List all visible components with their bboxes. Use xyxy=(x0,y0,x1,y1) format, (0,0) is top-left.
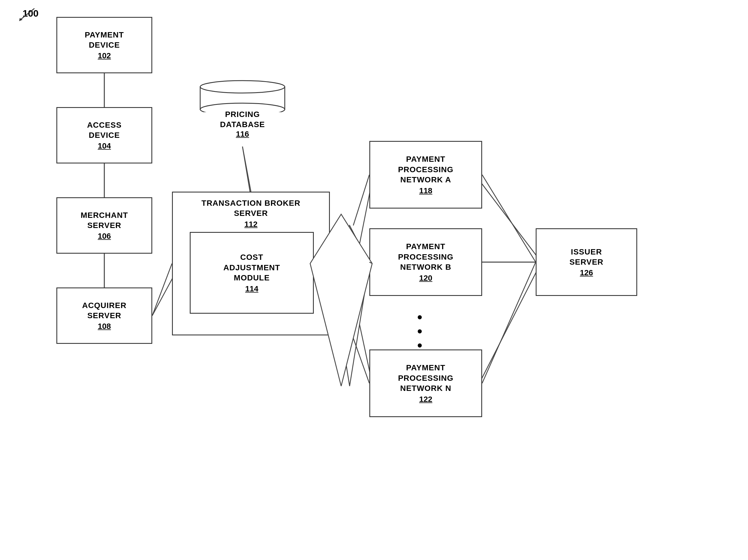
svg-line-22 xyxy=(242,147,251,192)
ppn-a-box: PAYMENT PROCESSING NETWORK A 118 xyxy=(369,141,482,209)
ref-arrow xyxy=(15,6,37,23)
merchant-server-number: 106 xyxy=(98,232,111,241)
acquirer-server-label: ACQUIRER SERVER xyxy=(82,300,126,321)
merchant-server-box: MERCHANT SERVER 106 xyxy=(56,197,152,254)
issuer-server-box: ISSUER SERVER 126 xyxy=(536,228,637,296)
payment-device-number: 102 xyxy=(98,51,111,60)
svg-line-6 xyxy=(242,147,251,197)
svg-line-27 xyxy=(353,338,369,383)
svg-point-17 xyxy=(200,81,285,93)
ppn-b-box: PAYMENT PROCESSING NETWORK B 120 xyxy=(369,228,482,296)
ppn-n-label: PAYMENT PROCESSING NETWORK N xyxy=(398,363,454,393)
svg-line-0 xyxy=(20,8,34,20)
ppn-n-number: 122 xyxy=(419,395,433,404)
ppn-b-label: PAYMENT PROCESSING NETWORK B xyxy=(398,242,454,272)
payment-device-box: PAYMENT DEVICE 102 xyxy=(56,17,152,73)
transaction-broker-label: TRANSACTION BROKERSERVER xyxy=(173,198,329,219)
cost-adjustment-label: COST ADJUSTMENT MODULE xyxy=(223,252,280,283)
merchant-server-label: MERCHANT SERVER xyxy=(80,210,128,231)
cost-adjustment-module-box: COST ADJUSTMENT MODULE 114 xyxy=(190,232,314,314)
ppn-n-box: PAYMENT PROCESSING NETWORK N 122 xyxy=(369,349,482,417)
svg-line-30 xyxy=(482,262,536,383)
access-device-number: 104 xyxy=(98,142,111,150)
transaction-broker-number: 112 xyxy=(173,220,329,229)
cost-adjustment-number: 114 xyxy=(245,284,259,293)
svg-line-21 xyxy=(152,264,172,316)
transaction-broker-box: TRANSACTION BROKERSERVER 112 COST ADJUST… xyxy=(172,192,330,335)
dots-indicator: ••• xyxy=(417,310,423,352)
pricing-database-number: 116 xyxy=(236,130,249,139)
svg-line-14 xyxy=(479,262,541,383)
acquirer-server-box: ACQUIRER SERVER 108 xyxy=(56,288,152,344)
payment-device-label: PAYMENT DEVICE xyxy=(85,30,124,50)
svg-line-12 xyxy=(479,180,541,262)
acquirer-server-number: 108 xyxy=(98,322,111,331)
pricing-database-label: PRICING DATABASE xyxy=(220,109,265,130)
access-device-box: ACCESS DEVICE 104 xyxy=(56,107,152,164)
access-device-label: ACCESS DEVICE xyxy=(87,120,122,141)
svg-line-25 xyxy=(353,175,369,225)
svg-marker-8 xyxy=(330,225,369,386)
ppn-b-number: 120 xyxy=(419,274,433,283)
svg-line-28 xyxy=(482,175,536,262)
issuer-server-label: ISSUER SERVER xyxy=(569,247,604,267)
ppn-a-number: 118 xyxy=(419,186,433,195)
ppn-a-label: PAYMENT PROCESSING NETWORK A xyxy=(398,154,454,185)
issuer-server-number: 126 xyxy=(580,268,593,277)
pricing-database-shape: PRICING DATABASE 116 xyxy=(197,68,287,147)
cylinder-svg xyxy=(197,75,287,112)
diagram: 100 xyxy=(0,0,748,560)
